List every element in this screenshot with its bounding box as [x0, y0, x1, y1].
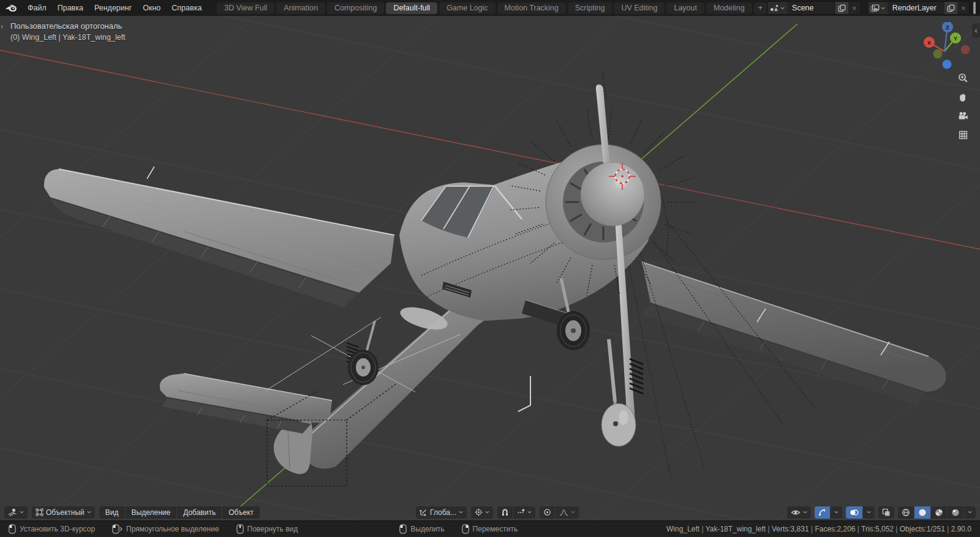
scene-browse-button[interactable]: [767, 2, 787, 14]
tab-scripting[interactable]: Scripting: [568, 2, 612, 14]
chevron-down-icon: [485, 511, 489, 514]
proportional-editing-icon: [543, 508, 551, 516]
menu-view[interactable]: Вид: [99, 506, 125, 519]
camera-view-icon[interactable]: [953, 107, 973, 126]
scene-icon: [770, 4, 779, 12]
zoom-icon[interactable]: [953, 69, 973, 88]
xray-toggle-icon: [882, 508, 891, 517]
new-scene-button[interactable]: [835, 2, 848, 14]
3d-viewport-editor-icon: [8, 508, 17, 516]
solid-shading-icon: [918, 508, 927, 517]
tab-layout[interactable]: Layout: [666, 2, 704, 14]
tab-3d-view-full[interactable]: 3D View Full: [217, 2, 274, 14]
transform-orientation-icon: [420, 508, 428, 516]
topbar-edge-handle[interactable]: [973, 2, 976, 14]
add-workspace-button[interactable]: +: [754, 2, 767, 14]
viewport-scene[interactable]: [0, 16, 980, 520]
tab-modeling[interactable]: Modeling: [706, 2, 752, 14]
scene-name: Scene: [787, 4, 835, 12]
topbar-menus: Файл Правка Рендеринг Окно Справка: [22, 0, 207, 16]
hint-label: Повернуть вид: [247, 525, 298, 533]
shading-wireframe-button[interactable]: [898, 506, 914, 519]
gizmo-y-label: Y: [954, 36, 957, 42]
xray-toggle[interactable]: [878, 506, 894, 519]
remove-render-layer-button[interactable]: ×: [957, 4, 970, 13]
shading-dropdown[interactable]: [964, 506, 976, 519]
proportional-falloff-selector[interactable]: [556, 506, 579, 519]
menu-add[interactable]: Добавить: [177, 506, 222, 519]
render-layer-selector[interactable]: RenderLayer ×: [867, 1, 970, 15]
tab-animation[interactable]: Animation: [276, 2, 325, 14]
tab-game-logic[interactable]: Game Logic: [439, 2, 495, 14]
snap-target-selector[interactable]: [513, 506, 535, 519]
tab-uv-editing[interactable]: UV Editing: [614, 2, 665, 14]
shading-material-button[interactable]: [931, 506, 947, 519]
chevron-down-icon: [527, 511, 532, 514]
orientation-label: Глоба...: [430, 508, 456, 517]
chevron-down-icon: [803, 511, 807, 514]
menu-file[interactable]: Файл: [22, 0, 52, 16]
chevron-down-icon: [20, 511, 24, 514]
menu-object[interactable]: Объект: [222, 506, 260, 519]
hint-label: Установить 3D-курсор: [20, 525, 95, 533]
airplane-model[interactable]: [44, 72, 946, 486]
gizmo-negative-x-ball[interactable]: [961, 45, 970, 54]
mouse-middle-icon: [236, 524, 244, 534]
scene-selector[interactable]: Scene ×: [767, 1, 861, 15]
chevron-down-icon: [571, 511, 575, 514]
tab-compositing[interactable]: Compositing: [327, 2, 384, 14]
blender-logo-icon[interactable]: [5, 4, 17, 13]
3d-viewport[interactable]: Пользовательская ортогональ (0) Wing_Lef…: [0, 16, 980, 520]
gizmos-toggle-icon: [818, 508, 826, 516]
render-layer-icon: [870, 4, 880, 12]
overlays-dropdown[interactable]: [863, 506, 875, 519]
mode-selector[interactable]: Объектный: [32, 506, 95, 519]
stat-object-name: Wing_Left: [666, 525, 699, 533]
show-gizmos-toggle[interactable]: [815, 506, 830, 519]
menu-render[interactable]: Рендеринг: [89, 0, 137, 16]
gizmo-z-label: Z: [946, 24, 949, 31]
menu-select[interactable]: Выделение: [126, 506, 177, 519]
gizmo-negative-y-ball[interactable]: [933, 50, 943, 59]
menu-window[interactable]: Окно: [137, 0, 166, 16]
menu-edit[interactable]: Правка: [52, 0, 89, 16]
toolbar-expand-arrow[interactable]: ›: [1, 21, 3, 31]
render-layer-browse-button[interactable]: [868, 2, 888, 14]
navigation-gizmo[interactable]: X Y Z: [920, 22, 971, 73]
transform-orientation-selector[interactable]: Глоба...: [416, 506, 467, 519]
gizmo-negative-z-ball[interactable]: [943, 60, 952, 69]
topbar: Файл Правка Рендеринг Окно Справка 3D Vi…: [0, 0, 980, 16]
gizmos-dropdown[interactable]: [831, 506, 842, 519]
pivot-point-selector[interactable]: [471, 506, 493, 519]
stat-tris: Tris:5,052: [855, 525, 894, 533]
proportional-editing-toggle[interactable]: [540, 506, 555, 519]
pan-hand-icon[interactable]: [953, 88, 973, 107]
hint-label: Выделить: [410, 525, 444, 533]
object-mode-icon: [36, 508, 43, 516]
tab-motion-tracking[interactable]: Motion Tracking: [497, 2, 566, 14]
chevron-down-icon: [459, 511, 463, 514]
editor-type-button[interactable]: [4, 506, 28, 519]
snap-increment-icon: [517, 508, 525, 516]
active-object-label: (0) Wing_Left | Yak-18T_wing_left: [10, 32, 126, 43]
stat-mesh-name: Yak-18T_wing_left: [699, 525, 766, 533]
stat-version: 2.90.0: [945, 525, 971, 533]
shading-rendered-button[interactable]: [948, 506, 963, 519]
sidebar-collapse-tab[interactable]: ‹: [972, 23, 980, 38]
stat-faces: Faces:2,206: [809, 525, 856, 533]
mouse-left-drag-icon: [112, 524, 123, 534]
tab-default-full[interactable]: Default-full: [386, 2, 437, 14]
grid-view-icon[interactable]: [953, 126, 973, 145]
chevron-down-icon: [968, 511, 972, 514]
mouse-right-icon: [462, 524, 469, 534]
snap-toggle[interactable]: [497, 506, 513, 519]
shading-solid-button[interactable]: [914, 506, 930, 519]
menu-help[interactable]: Справка: [166, 0, 207, 16]
object-visibility-selector[interactable]: [787, 506, 811, 519]
keymap-hint: Установить 3D-курсор: [9, 524, 95, 534]
show-overlays-toggle[interactable]: [846, 506, 862, 519]
unlink-scene-button[interactable]: ×: [848, 4, 861, 13]
workspace-tabs: 3D View Full Animation Compositing Defau…: [217, 2, 767, 14]
keymap-hint: Переместить: [462, 524, 518, 534]
new-render-layer-button[interactable]: [944, 2, 957, 14]
